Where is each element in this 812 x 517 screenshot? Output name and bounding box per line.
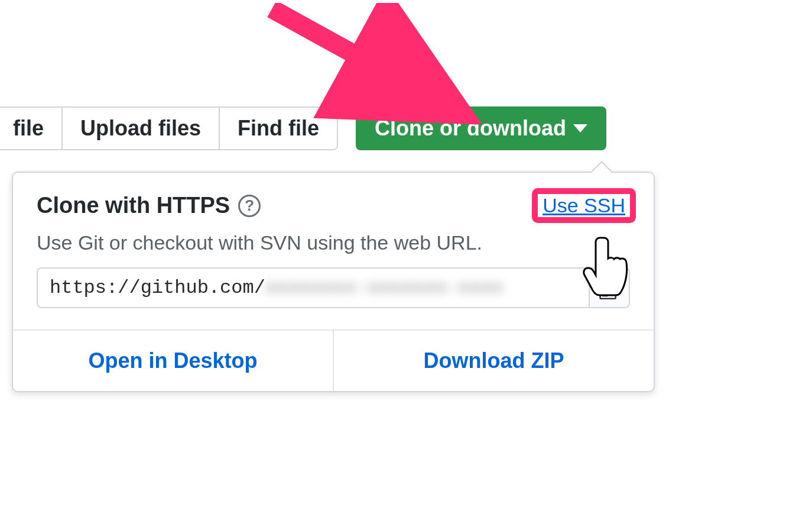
open-in-desktop-button[interactable]: Open in Desktop <box>13 331 333 391</box>
find-file-button[interactable]: Find file <box>220 106 338 150</box>
use-ssh-link[interactable]: Use SSH <box>538 193 630 218</box>
caret-down-icon <box>573 124 587 133</box>
clone-popover: Clone with HTTPS ? Use SSH Use Git or ch… <box>12 172 655 392</box>
clone-url-input[interactable]: https://github.com/xxxxxxxx-xxxxxxx-xxxx <box>37 267 589 308</box>
popover-body: Clone with HTTPS ? Use SSH Use Git or ch… <box>13 173 654 329</box>
clone-or-download-label: Clone or download <box>375 116 566 141</box>
help-icon[interactable]: ? <box>238 195 261 217</box>
clone-or-download-button[interactable]: Clone or download <box>356 106 606 150</box>
svg-line-1 <box>272 9 449 106</box>
clone-title-text: Clone with HTTPS <box>37 193 230 218</box>
new-file-button[interactable]: file <box>0 106 63 150</box>
popover-footer: Open in Desktop Download ZIP <box>13 329 654 391</box>
clipboard-icon <box>599 277 619 299</box>
clone-url-obscured: xxxxxxxx-xxxxxxx-xxxx <box>265 277 504 299</box>
clone-description: Use Git or checkout with SVN using the w… <box>37 231 630 254</box>
upload-files-label: Upload files <box>80 116 201 141</box>
popover-caret <box>590 161 613 173</box>
find-file-label: Find file <box>238 116 319 141</box>
upload-files-button[interactable]: Upload files <box>63 106 220 150</box>
clone-header-row: Clone with HTTPS ? Use SSH <box>37 193 630 218</box>
copy-url-button[interactable] <box>589 267 630 308</box>
repo-toolbar: file Upload files Find file Clone or dow… <box>0 106 606 150</box>
new-file-label: file <box>13 116 44 141</box>
download-zip-button[interactable]: Download ZIP <box>333 331 654 391</box>
clone-url-row: https://github.com/xxxxxxxx-xxxxxxx-xxxx <box>37 267 630 308</box>
clone-title-heading: Clone with HTTPS ? <box>37 193 261 218</box>
clone-url-prefix: https://github.com/ <box>50 277 265 299</box>
